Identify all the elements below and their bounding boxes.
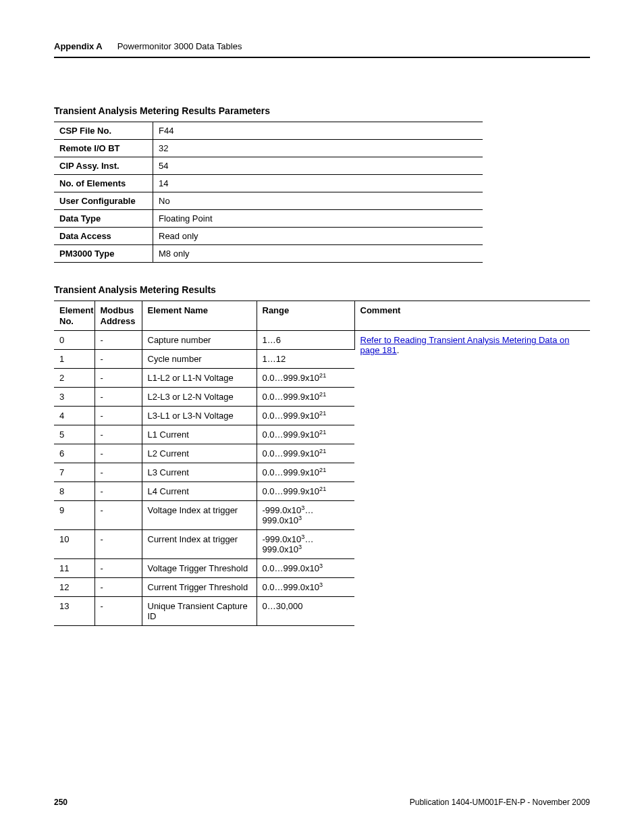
cell-range: 0.0…999.0x103	[257, 578, 354, 597]
cell-element-no: 13	[54, 597, 95, 626]
cell-modbus: -	[95, 444, 142, 463]
cell-range: 1…6	[257, 331, 354, 350]
param-key: No. of Elements	[54, 175, 153, 192]
cell-element-no: 5	[54, 425, 95, 444]
table-row: Remote I/O BT32	[54, 140, 483, 157]
param-key: Remote I/O BT	[54, 140, 153, 157]
cell-modbus: -	[95, 350, 142, 369]
comment-suffix: .	[397, 345, 400, 355]
cell-element-name: L3 Current	[142, 463, 257, 482]
table-row: No. of Elements14	[54, 175, 483, 192]
cell-element-name: Current Trigger Threshold	[142, 578, 257, 597]
cell-element-no: 4	[54, 407, 95, 425]
table-row: User ConfigurableNo	[54, 192, 483, 210]
cell-modbus: -	[95, 388, 142, 407]
cell-element-no: 11	[54, 559, 95, 578]
cell-element-name: L1 Current	[142, 425, 257, 444]
param-value: Read only	[153, 228, 483, 245]
cell-element-name: L2-L3 or L2-N Voltage	[142, 388, 257, 407]
cell-element-no: 2	[54, 369, 95, 388]
col-header-range: Range	[257, 301, 354, 331]
param-key: User Configurable	[54, 192, 153, 210]
cell-element-no: 0	[54, 331, 95, 350]
cell-element-name: Unique Transient Capture ID	[142, 597, 257, 626]
cell-element-name: Voltage Trigger Threshold	[142, 559, 257, 578]
cell-modbus: -	[95, 530, 142, 559]
param-value: M8 only	[153, 245, 483, 263]
param-key: CSP File No.	[54, 122, 153, 140]
cell-modbus: -	[95, 559, 142, 578]
cell-range: 0.0…999.9x1021	[257, 369, 354, 388]
cell-element-name: Capture number	[142, 331, 257, 350]
table-row: CIP Assy. Inst.54	[54, 157, 483, 175]
publication-id: Publication 1404-UM001F-EN-P - November …	[410, 798, 590, 807]
header-title: Powermonitor 3000 Data Tables	[117, 41, 242, 51]
cell-range: 0…30,000	[257, 597, 354, 626]
cell-modbus: -	[95, 369, 142, 388]
col-header-comment: Comment	[354, 301, 590, 331]
param-key: PM3000 Type	[54, 245, 153, 263]
param-value: F44	[153, 122, 483, 140]
param-value: Floating Point	[153, 210, 483, 228]
cell-element-no: 1	[54, 350, 95, 369]
cell-element-name: Cycle number	[142, 350, 257, 369]
cell-modbus: -	[95, 597, 142, 626]
table-row: Data TypeFloating Point	[54, 210, 483, 228]
params-heading: Transient Analysis Metering Results Para…	[54, 105, 590, 116]
results-heading: Transient Analysis Metering Results	[54, 284, 590, 295]
cell-range: 0.0…999.9x1021	[257, 407, 354, 425]
cell-modbus: -	[95, 331, 142, 350]
cell-element-no: 8	[54, 482, 95, 501]
cell-modbus: -	[95, 578, 142, 597]
table-row: PM3000 TypeM8 only	[54, 245, 483, 263]
col-header-mb: ModbusAddress	[95, 301, 142, 331]
param-value: 14	[153, 175, 483, 192]
page-number: 250	[54, 798, 68, 807]
cell-element-no: 9	[54, 501, 95, 530]
cell-range: 1…12	[257, 350, 354, 369]
param-key: Data Type	[54, 210, 153, 228]
table-row: Data AccessRead only	[54, 228, 483, 245]
param-key: Data Access	[54, 228, 153, 245]
cell-modbus: -	[95, 463, 142, 482]
cell-range: -999.0x103…999.0x103	[257, 501, 354, 530]
xref-link[interactable]: Refer to Reading Transient Analysis Mete…	[360, 335, 570, 355]
appendix-label: Appendix A	[54, 41, 103, 51]
cell-element-name: Current Index at trigger	[142, 530, 257, 559]
cell-range: 0.0…999.9x1021	[257, 482, 354, 501]
table-row: CSP File No.F44	[54, 122, 483, 140]
cell-range: 0.0…999.9x1021	[257, 388, 354, 407]
col-header-el: ElementNo.	[54, 301, 95, 331]
cell-element-name: L3-L1 or L3-N Voltage	[142, 407, 257, 425]
cell-element-no: 10	[54, 530, 95, 559]
table-row: 0-Capture number1…6Refer to Reading Tran…	[54, 331, 590, 350]
running-header: Appendix A Powermonitor 3000 Data Tables	[54, 41, 590, 58]
param-value: 54	[153, 157, 483, 175]
param-value: No	[153, 192, 483, 210]
col-header-name: Element Name	[142, 301, 257, 331]
cell-range: 0.0…999.9x1021	[257, 425, 354, 444]
param-key: CIP Assy. Inst.	[54, 157, 153, 175]
params-table: CSP File No.F44Remote I/O BT32CIP Assy. …	[54, 122, 483, 263]
cell-element-name: L1-L2 or L1-N Voltage	[142, 369, 257, 388]
page-footer: 250 Publication 1404-UM001F-EN-P - Novem…	[54, 798, 590, 807]
cell-element-name: L2 Current	[142, 444, 257, 463]
cell-modbus: -	[95, 425, 142, 444]
cell-element-name: L4 Current	[142, 482, 257, 501]
cell-element-no: 7	[54, 463, 95, 482]
cell-modbus: -	[95, 501, 142, 530]
cell-modbus: -	[95, 482, 142, 501]
results-table: ElementNo.ModbusAddressElement NameRange…	[54, 301, 590, 626]
cell-element-no: 6	[54, 444, 95, 463]
cell-element-name: Voltage Index at trigger	[142, 501, 257, 530]
cell-element-no: 3	[54, 388, 95, 407]
cell-range: 0.0…999.9x1021	[257, 463, 354, 482]
cell-range: -999.0x103…999.0x103	[257, 530, 354, 559]
cell-comment: Refer to Reading Transient Analysis Mete…	[354, 331, 590, 626]
cell-range: 0.0…999.0x103	[257, 559, 354, 578]
param-value: 32	[153, 140, 483, 157]
cell-range: 0.0…999.9x1021	[257, 444, 354, 463]
cell-modbus: -	[95, 407, 142, 425]
cell-element-no: 12	[54, 578, 95, 597]
